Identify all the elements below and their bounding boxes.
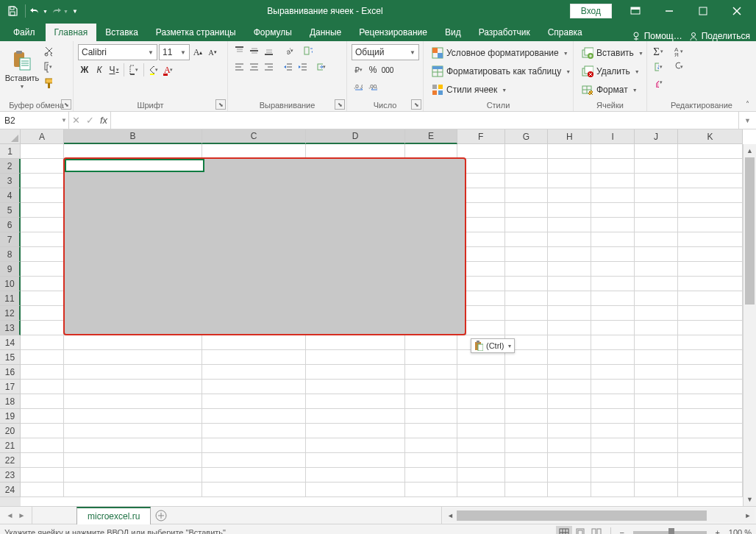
row-header[interactable]: 18 [0,394,21,409]
zoom-slider[interactable] [633,531,707,534]
close-button[interactable] [721,0,753,22]
row-header[interactable]: 4 [0,188,21,203]
maximize-button[interactable] [687,0,719,22]
scroll-thumb[interactable] [745,157,755,305]
qat-customize-icon[interactable]: ▼ [70,1,80,21]
row-header[interactable]: 9 [0,262,21,277]
column-header[interactable]: G [505,129,549,144]
paste-button[interactable]: Вставить ▼ [4,43,40,94]
cell-styles-button[interactable]: Стили ячеек▼ [428,82,510,98]
fill-icon[interactable]: ▾ [652,60,665,74]
wrap-text-icon[interactable] [302,44,315,57]
tab-данные[interactable]: Данные [301,24,350,41]
row-header[interactable]: 10 [0,277,21,291]
row-header[interactable]: 13 [0,321,21,335]
column-header[interactable]: I [591,129,635,144]
orientation-icon[interactable]: ab▾ [282,44,296,57]
percent-format-icon[interactable]: % [366,63,379,76]
column-header[interactable]: D [306,129,405,144]
row-header[interactable]: 20 [0,424,21,438]
row-header[interactable]: 7 [0,232,21,247]
copy-button[interactable]: ▾ [41,60,54,74]
autosum-icon[interactable]: Σ▾ [652,45,665,58]
dialog-launcher-icon[interactable]: ⬊ [335,99,345,110]
view-normal-icon[interactable] [556,526,572,535]
increase-indent-icon[interactable] [296,60,309,74]
share-button[interactable]: Поделиться [688,31,750,41]
select-all-corner[interactable] [0,129,21,144]
format-as-table-button[interactable]: Форматировать как таблицу▼ [428,63,574,79]
tell-me-button[interactable]: Помощ… [631,31,682,41]
tab-разработчик[interactable]: Разработчик [470,24,539,41]
number-format-combo[interactable]: Общий▼ [352,44,419,60]
login-button[interactable]: Вход [570,4,612,18]
column-header[interactable]: F [457,129,505,144]
row-header[interactable]: 11 [0,291,21,306]
collapse-ribbon-icon[interactable]: ˄ [741,98,753,110]
zoom-out-button[interactable]: − [617,528,627,535]
align-left-icon[interactable] [232,60,246,74]
scroll-down-icon[interactable]: ▼ [743,493,756,506]
cancel-formula-icon[interactable]: ✕ [72,115,80,126]
format-painter-button[interactable] [41,76,54,90]
tab-формулы[interactable]: Формулы [245,24,301,41]
align-middle-icon[interactable] [247,44,260,57]
zoom-level[interactable]: 100 % [729,528,752,535]
vertical-scrollbar[interactable]: ▲ ▼ [743,144,756,506]
decrease-indent-icon[interactable] [281,60,294,74]
italic-button[interactable]: К [93,63,106,76]
row-header[interactable]: 1 [0,144,21,159]
paste-options-tag[interactable]: (Ctrl) [471,338,515,353]
row-header[interactable]: 12 [0,306,21,321]
accounting-format-icon[interactable]: ₽▾ [352,63,365,76]
increase-font-icon[interactable]: A▴ [191,46,204,59]
merge-center-icon[interactable]: ▾ [315,60,328,74]
expand-formula-icon[interactable]: ▼ [738,112,756,129]
view-layout-icon[interactable] [572,526,588,535]
row-header[interactable]: 8 [0,247,21,262]
fx-icon[interactable]: fx [100,115,107,126]
tab-вставка[interactable]: Вставка [96,24,147,41]
delete-cells-button[interactable]: Удалить▼ [578,63,643,79]
name-box[interactable]: B2▼ [0,112,69,129]
undo-icon[interactable]: ▼ [29,1,48,21]
align-bottom-icon[interactable] [262,44,275,57]
enter-formula-icon[interactable]: ✓ [86,115,94,126]
find-select-icon[interactable]: ▾ [672,60,685,74]
dialog-launcher-icon[interactable]: ⬊ [411,99,421,110]
ribbon-display-icon[interactable] [619,0,652,22]
align-right-icon[interactable] [262,60,275,74]
scroll-left-icon[interactable]: ◄ [443,509,457,522]
tab-file[interactable]: Файл [3,24,46,41]
save-icon[interactable] [3,1,22,21]
font-color-button[interactable]: A▾ [162,63,175,76]
border-button[interactable]: ▾ [127,63,140,76]
zoom-in-button[interactable]: + [713,528,723,535]
column-header[interactable]: K [678,129,743,144]
row-header[interactable]: 24 [0,483,21,497]
row-header[interactable]: 5 [0,203,21,218]
row-header[interactable]: 21 [0,438,21,453]
formula-input[interactable] [111,112,738,129]
format-cells-button[interactable]: Формат▼ [578,82,641,98]
sort-filter-icon[interactable]: AЯ▾ [672,45,685,58]
row-header[interactable]: 16 [0,365,21,380]
redo-icon[interactable]: ▼ [49,1,68,21]
font-size-combo[interactable]: 11▼ [159,44,190,60]
font-name-combo[interactable]: Calibri▼ [78,44,157,60]
column-header[interactable]: J [635,129,678,144]
comma-format-icon[interactable]: 000 [381,63,394,76]
tab-разметка страницы[interactable]: Разметка страницы [147,24,245,41]
bold-button[interactable]: Ж [78,63,91,76]
row-header[interactable]: 3 [0,174,21,188]
decrease-font-icon[interactable]: A▾ [206,46,219,59]
scroll-right-icon[interactable]: ► [741,509,755,522]
insert-cells-button[interactable]: Вставить▼ [578,45,647,61]
column-header[interactable]: E [405,129,457,144]
scroll-up-icon[interactable]: ▲ [743,144,756,157]
row-header[interactable]: 17 [0,380,21,394]
row-header[interactable]: 15 [0,350,21,365]
column-header[interactable]: A [21,129,64,144]
row-header[interactable]: 14 [0,335,21,350]
decrease-decimal-icon[interactable]: ,00,0 [366,79,379,93]
